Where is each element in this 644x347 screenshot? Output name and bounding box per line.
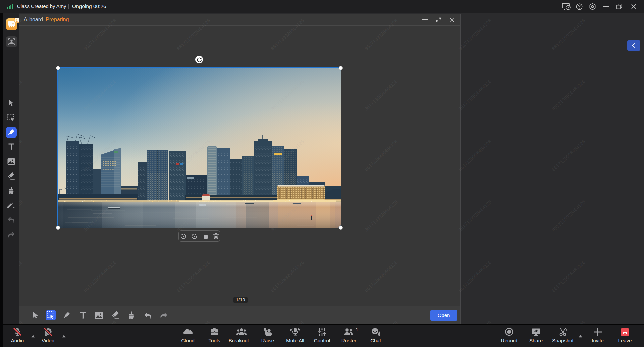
svg-text:1: 1 [16,18,18,22]
